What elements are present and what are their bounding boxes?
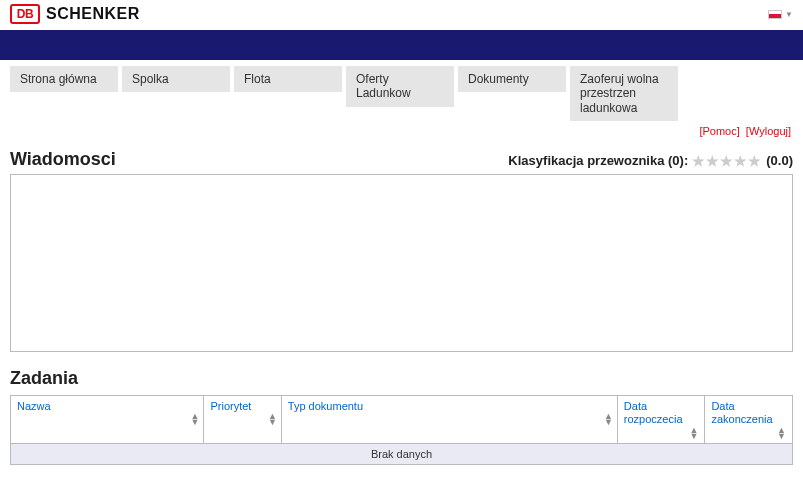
- logo[interactable]: DB SCHENKER: [10, 4, 140, 24]
- tab-documents[interactable]: Dokumenty: [458, 66, 566, 92]
- messages-panel[interactable]: [10, 174, 793, 352]
- sort-icon: ▲▼: [689, 427, 698, 439]
- flag-poland-icon: [768, 10, 782, 19]
- column-end-label: Data zakonczenia: [711, 400, 772, 425]
- column-start-date[interactable]: Data rozpoczecia ▲▼: [617, 396, 705, 443]
- tab-home[interactable]: Strona główna: [10, 66, 118, 92]
- column-priority-label: Priorytet: [210, 400, 251, 412]
- star-rating-icon: ★★★★★: [692, 153, 762, 169]
- carrier-classification: Klasyfikacja przewoznika (0): ★★★★★ (0.0…: [508, 153, 793, 169]
- language-selector[interactable]: ▼: [768, 10, 793, 19]
- sort-icon: ▲▼: [604, 413, 613, 425]
- tab-fleet[interactable]: Flota: [234, 66, 342, 92]
- column-doctype-label: Typ dokumentu: [288, 400, 363, 412]
- sort-icon: ▲▼: [191, 413, 200, 425]
- tab-offer-space[interactable]: Zaoferuj wolna przestrzen ladunkowa: [570, 66, 678, 121]
- no-data-cell: Brak danych: [11, 443, 793, 464]
- utility-links: [Pomoc] [Wyloguj]: [0, 121, 803, 137]
- logout-link[interactable]: [Wyloguj]: [746, 125, 791, 137]
- messages-title: Wiadomosci: [10, 149, 116, 170]
- top-nav-bar: [0, 30, 803, 60]
- column-end-date[interactable]: Data zakonczenia ▲▼: [705, 396, 793, 443]
- column-start-label: Data rozpoczecia: [624, 400, 683, 425]
- tasks-title: Zadania: [10, 368, 793, 389]
- tab-company[interactable]: Spolka: [122, 66, 230, 92]
- brand-text: SCHENKER: [46, 5, 140, 23]
- column-name-label: Nazwa: [17, 400, 51, 412]
- classification-score: (0.0): [766, 153, 793, 168]
- tasks-table: Nazwa ▲▼ Priorytet ▲▼ Typ dokumentu ▲▼ D…: [10, 395, 793, 464]
- column-priority[interactable]: Priorytet ▲▼: [204, 396, 281, 443]
- column-doctype[interactable]: Typ dokumentu ▲▼: [281, 396, 617, 443]
- header: DB SCHENKER ▼: [0, 0, 803, 30]
- sort-icon: ▲▼: [268, 413, 277, 425]
- tab-load-offers[interactable]: Oferty Ladunkow: [346, 66, 454, 107]
- column-name[interactable]: Nazwa ▲▼: [11, 396, 204, 443]
- help-link[interactable]: [Pomoc]: [699, 125, 739, 137]
- classification-label: Klasyfikacja przewoznika (0):: [508, 153, 688, 168]
- sort-icon: ▲▼: [777, 427, 786, 439]
- nav-tabs: Strona główna Spolka Flota Oferty Ladunk…: [0, 60, 803, 121]
- db-logo-icon: DB: [10, 4, 40, 24]
- no-data-row: Brak danych: [11, 443, 793, 464]
- chevron-down-icon: ▼: [785, 10, 793, 19]
